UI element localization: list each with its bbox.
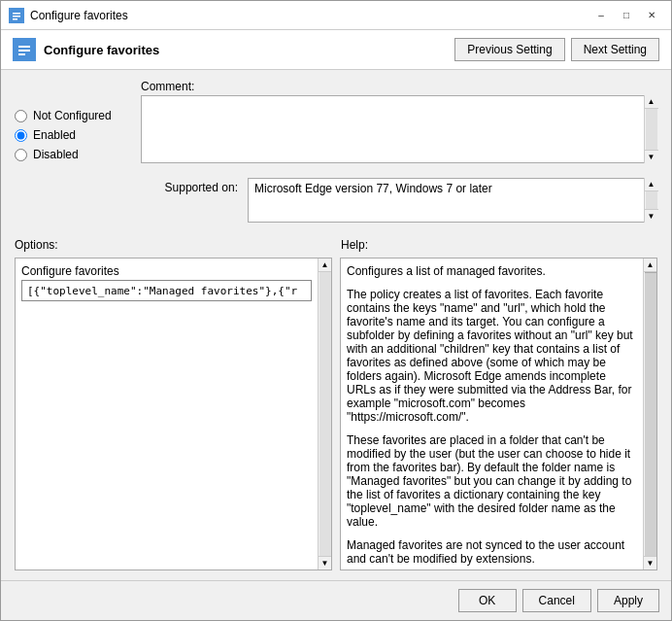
not-configured-radio[interactable] <box>15 110 27 122</box>
options-scroll-track <box>319 272 331 556</box>
options-scroll-up[interactable]: ▲ <box>319 259 332 272</box>
comment-scroll-down[interactable]: ▼ <box>645 150 658 163</box>
supported-box: Microsoft Edge version 77, Windows 7 or … <box>248 178 657 223</box>
top-fields: Not Configured Enabled Disabled Comment: <box>15 80 657 223</box>
options-help-labels: Options: Help: <box>15 238 657 252</box>
comment-scroll-track <box>646 109 657 150</box>
options-box-inner: Configure favorites [{"toplevel_name":"M… <box>16 259 331 569</box>
footer: OK Cancel Apply <box>1 580 671 620</box>
help-label: Help: <box>341 238 368 252</box>
next-setting-button[interactable]: Next Setting <box>571 38 659 61</box>
apply-button[interactable]: Apply <box>597 589 659 612</box>
not-configured-radio-label[interactable]: Not Configured <box>15 109 141 122</box>
previous-setting-button[interactable]: Previous Setting <box>454 38 564 61</box>
help-p4: Managed favorites are not synced to the … <box>347 538 637 566</box>
minimize-button[interactable]: – <box>589 6 613 25</box>
main-window: Configure favorites – □ ✕ Configure favo… <box>0 0 672 621</box>
title-bar-text: Configure favorites <box>30 9 589 22</box>
help-box: Configures a list of managed favorites. … <box>340 258 657 570</box>
header-icon <box>13 38 36 61</box>
help-p1: Configures a list of managed favorites. <box>347 264 637 278</box>
svg-rect-1 <box>13 13 20 15</box>
maximize-button[interactable]: □ <box>615 6 638 25</box>
help-scroll-up[interactable]: ▲ <box>644 259 657 272</box>
enabled-radio[interactable] <box>15 129 27 142</box>
disabled-radio[interactable] <box>15 149 27 161</box>
enabled-radio-label[interactable]: Enabled <box>15 128 141 142</box>
supported-field-group: Supported on: Microsoft Edge version 77,… <box>141 178 657 223</box>
options-label: Options: <box>15 238 58 252</box>
options-box: Configure favorites [{"toplevel_name":"M… <box>15 258 332 570</box>
title-bar: Configure favorites – □ ✕ <box>1 1 671 30</box>
comment-field-group: Comment: ▲ ▼ <box>141 80 657 166</box>
right-fields-col: Comment: ▲ ▼ Supported on: Mic <box>141 80 657 223</box>
help-scroll-down[interactable]: ▼ <box>644 556 657 569</box>
header-buttons: Previous Setting Next Setting <box>454 38 659 61</box>
comment-scrollbar: ▲ ▼ <box>644 95 657 163</box>
supported-scrollbar: ▲ ▼ <box>644 178 657 223</box>
options-scroll-down[interactable]: ▼ <box>319 556 332 569</box>
svg-rect-3 <box>13 18 17 20</box>
options-panel: Configure favorites [{"toplevel_name":"M… <box>15 258 332 570</box>
main-panels: Configure favorites [{"toplevel_name":"M… <box>15 258 657 570</box>
header-bar: Configure favorites Previous Setting Nex… <box>1 30 671 70</box>
help-scrollbar: ▲ ▼ <box>643 259 656 569</box>
help-p2: The policy creates a list of favorites. … <box>347 288 637 424</box>
window-icon <box>9 8 24 23</box>
help-p3: These favorites are placed in a folder t… <box>347 433 637 529</box>
supported-scroll-down[interactable]: ▼ <box>645 209 658 223</box>
options-input-box: [{"toplevel_name":"Managed favorites"},{… <box>21 280 312 301</box>
comment-label: Comment: <box>141 80 657 93</box>
options-scrollbar: ▲ ▼ <box>318 259 331 569</box>
options-box-title: Configure favorites <box>21 264 312 278</box>
cancel-button[interactable]: Cancel <box>522 589 591 612</box>
supported-scroll-up[interactable]: ▲ <box>645 178 658 191</box>
comment-scroll-up[interactable]: ▲ <box>645 95 658 109</box>
comment-textarea[interactable] <box>141 95 657 163</box>
title-bar-controls: – □ ✕ <box>589 6 663 25</box>
main-content: Not Configured Enabled Disabled Comment: <box>1 70 671 580</box>
help-panel: Configures a list of managed favorites. … <box>340 258 657 570</box>
svg-rect-5 <box>18 46 30 48</box>
disabled-radio-label[interactable]: Disabled <box>15 148 141 161</box>
header-title: Configure favorites <box>44 43 454 57</box>
svg-rect-7 <box>18 53 25 55</box>
help-scroll-track <box>645 272 656 556</box>
supported-label: Supported on: <box>141 178 248 194</box>
radio-column: Not Configured Enabled Disabled <box>15 80 141 223</box>
supported-scroll-track <box>646 191 657 209</box>
svg-rect-2 <box>13 16 20 17</box>
help-box-inner: Configures a list of managed favorites. … <box>341 259 656 569</box>
close-button[interactable]: ✕ <box>640 6 663 25</box>
ok-button[interactable]: OK <box>458 589 517 612</box>
svg-rect-6 <box>18 50 30 52</box>
